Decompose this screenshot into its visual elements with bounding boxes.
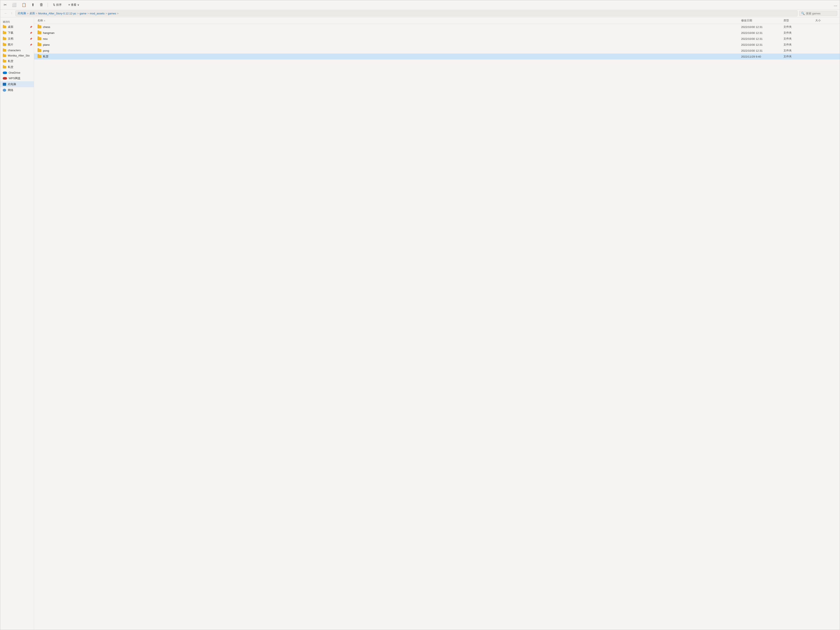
breadcrumb-games[interactable]: games xyxy=(108,12,116,15)
copy-icon[interactable]: ⬜ xyxy=(11,2,17,8)
table-row[interactable]: 私货 2022/11/29 9:40 文件夹 xyxy=(34,54,840,60)
pin-icon: 📌 xyxy=(30,38,32,40)
folder-icon xyxy=(38,49,41,52)
file-area: 名称 ∧ 修改日期 类型 大小 chess 2022/10/30 12:31 文… xyxy=(34,17,840,630)
chevron-down-icon: ∨ xyxy=(77,3,79,6)
sidebar-item-sihuo2[interactable]: 私货 xyxy=(0,64,34,70)
breadcrumb-desktop[interactable]: 桌面 xyxy=(29,11,35,15)
date-cell: 2022/10/30 12:31 xyxy=(741,32,783,35)
folder-icon xyxy=(3,25,6,28)
sidebar-item-onedrive[interactable]: OneDrive xyxy=(0,70,34,75)
rename-icon[interactable]: ⬆ xyxy=(30,2,35,8)
folder-icon xyxy=(38,43,41,46)
table-row[interactable]: hangman 2022/10/30 12:31 文件夹 xyxy=(34,30,840,36)
sep5: > xyxy=(106,12,107,15)
sidebar-item-label: 私货 xyxy=(8,65,13,69)
view-button[interactable]: ≡ 查看 ∨ xyxy=(67,2,81,8)
sep2: > xyxy=(36,12,38,15)
table-row[interactable]: piano 2022/10/30 12:31 文件夹 xyxy=(34,42,840,47)
size-column-header[interactable]: 大小 xyxy=(815,19,837,22)
table-row[interactable]: pong 2022/10/30 12:31 文件夹 xyxy=(34,47,840,54)
onedrive-icon xyxy=(3,71,7,74)
date-cell: 2022/10/30 12:31 xyxy=(741,43,783,46)
table-row[interactable]: nou 2022/10/30 12:31 文件夹 xyxy=(34,36,840,42)
sort-label: 排序 xyxy=(56,3,62,7)
table-row[interactable]: chess 2022/10/30 12:31 文件夹 xyxy=(34,24,840,30)
scissors-icon[interactable]: ✂ xyxy=(3,2,8,8)
separator xyxy=(47,3,48,7)
sidebar-item-label: 此电脑 xyxy=(8,82,16,86)
view-icon: ≡ xyxy=(68,3,70,6)
sidebar-item-sihuо1[interactable]: 私货 xyxy=(0,58,34,64)
type-cell: 文件夹 xyxy=(783,55,815,58)
sidebar-item-label: Monika_After_Sto xyxy=(8,54,30,57)
paste-icon[interactable]: 📋 xyxy=(21,2,27,8)
name-cell: pong xyxy=(38,49,741,52)
breadcrumb[interactable]: 此电脑 > 桌面 > Monika_After_Story-0.12.12-pc… xyxy=(16,10,797,16)
pin-icon: 📌 xyxy=(30,44,32,46)
file-name: piano xyxy=(43,43,50,46)
sidebar-item-wps[interactable]: WPS网盘 xyxy=(0,75,34,81)
more-button[interactable]: ... xyxy=(834,2,837,7)
network-icon xyxy=(3,89,6,92)
sidebar-item-label: 下载 xyxy=(8,31,13,35)
sidebar-item-label: OneDrive xyxy=(9,71,21,74)
file-name: chess xyxy=(43,25,50,28)
folder-icon xyxy=(3,60,6,62)
folder-icon xyxy=(38,37,41,40)
sort-button[interactable]: ⇅ 排序 xyxy=(51,2,63,8)
sidebar-item-characters[interactable]: characters xyxy=(0,47,34,53)
date-cell: 2022/11/29 9:40 xyxy=(741,55,783,58)
search-input[interactable] xyxy=(806,12,835,15)
folder-icon xyxy=(38,25,41,28)
sidebar-item-documents[interactable]: 文档 📌 xyxy=(0,36,34,42)
name-cell: chess xyxy=(38,25,741,28)
sep6: > xyxy=(117,12,119,15)
sidebar-item-desktop[interactable]: 桌面 📌 xyxy=(0,24,34,30)
breadcrumb-monika[interactable]: Monika_After_Story-0.12.12-pc xyxy=(38,12,76,15)
date-column-header[interactable]: 修改日期 xyxy=(741,19,783,22)
name-cell: nou xyxy=(38,37,741,40)
type-cell: 文件夹 xyxy=(783,49,815,52)
file-name: nou xyxy=(43,37,47,40)
sidebar-item-network[interactable]: 网络 xyxy=(0,87,34,93)
sidebar-item-label: WPS网盘 xyxy=(9,76,21,80)
delete-icon[interactable]: 🗑 xyxy=(39,2,44,8)
folder-icon xyxy=(38,55,41,58)
sidebar-item-label: 图片 xyxy=(8,43,13,47)
name-column-header: 名称 xyxy=(38,19,43,22)
date-cell: 2022/10/30 12:31 xyxy=(741,25,783,28)
date-cell: 2022/10/30 12:31 xyxy=(741,37,783,40)
sidebar-item-label: 文档 xyxy=(8,37,13,41)
forward-button[interactable]: ↑ xyxy=(9,11,14,16)
sidebar-item-thispc[interactable]: 此电脑 xyxy=(0,81,34,87)
sep1: > xyxy=(27,12,28,15)
folder-icon xyxy=(3,38,6,40)
sidebar-item-label: 网络 xyxy=(8,88,13,92)
folder-icon xyxy=(38,32,41,34)
sidebar-item-monika[interactable]: Monika_After_Sto xyxy=(0,53,34,58)
type-column-header[interactable]: 类型 xyxy=(783,19,815,22)
type-cell: 文件夹 xyxy=(783,31,815,35)
sidebar-item-downloads[interactable]: 下载 📌 xyxy=(0,30,34,36)
breadcrumb-game[interactable]: game xyxy=(80,12,87,15)
search-box[interactable]: 🔍 xyxy=(799,11,837,16)
file-name: 私货 xyxy=(43,55,49,58)
wps-icon xyxy=(3,77,7,80)
pc-icon xyxy=(3,83,6,86)
pin-icon: 📌 xyxy=(30,26,32,28)
name-cell: piano xyxy=(38,43,741,46)
toolbar: ✂ ⬜ 📋 ⬆ 🗑 ⇅ 排序 ≡ 查看 ∨ ... xyxy=(0,0,840,9)
date-cell: 2022/10/30 12:31 xyxy=(741,49,783,52)
sidebar-item-pictures[interactable]: 图片 📌 xyxy=(0,42,34,47)
col-name[interactable]: 名称 ∧ xyxy=(38,19,741,22)
breadcrumb-modassets[interactable]: mod_assets xyxy=(90,12,104,15)
sidebar-item-label: characters xyxy=(8,49,21,52)
folder-icon xyxy=(3,54,6,57)
back-button[interactable]: ← xyxy=(3,11,9,16)
sort-icon: ⇅ xyxy=(53,3,55,6)
breadcrumb-pc[interactable]: 此电脑 xyxy=(18,11,26,15)
main-content: 速访问 桌面 📌 下载 📌 文档 📌 图片 📌 xyxy=(0,17,840,630)
folder-icon xyxy=(3,66,6,68)
file-name: hangman xyxy=(43,32,54,35)
